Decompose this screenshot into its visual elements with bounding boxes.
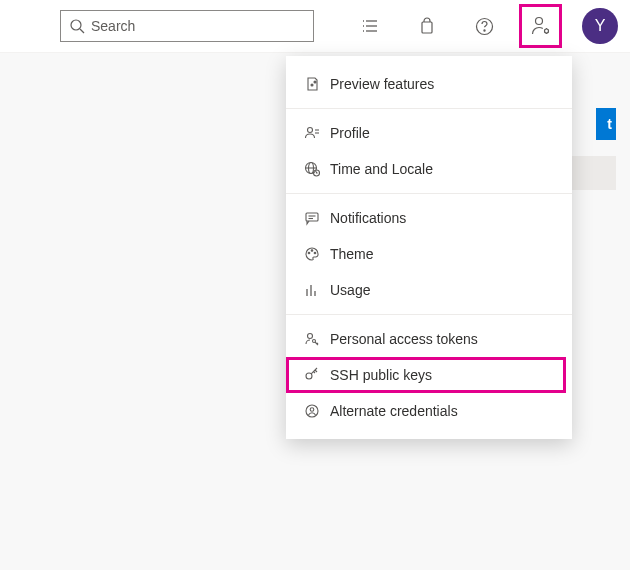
key-icon — [304, 367, 330, 383]
svg-point-35 — [310, 408, 314, 412]
user-settings-icon-button[interactable] — [522, 7, 560, 45]
menu-item-profile[interactable]: Profile — [286, 115, 572, 151]
user-settings-button-highlight — [519, 4, 563, 48]
user-settings-dropdown: Preview features Profile Time and Locale… — [286, 56, 572, 439]
svg-point-31 — [308, 334, 313, 339]
svg-point-14 — [314, 81, 316, 83]
menu-item-preview-features[interactable]: Preview features — [286, 66, 572, 102]
svg-rect-8 — [422, 22, 432, 33]
palette-icon — [304, 246, 330, 262]
svg-point-13 — [311, 84, 313, 86]
svg-point-15 — [308, 128, 313, 133]
comment-icon — [304, 210, 330, 226]
menu-item-label: Notifications — [330, 210, 406, 226]
svg-point-25 — [308, 252, 310, 254]
menu-item-time-locale[interactable]: Time and Locale — [286, 151, 572, 187]
topbar: Y — [0, 0, 630, 52]
menu-item-label: Personal access tokens — [330, 331, 478, 347]
bar-chart-icon — [304, 282, 330, 298]
menu-item-label: Time and Locale — [330, 161, 433, 177]
work-items-icon-button[interactable] — [350, 6, 390, 46]
avatar-letter: Y — [595, 17, 606, 35]
credentials-icon — [304, 403, 330, 419]
svg-point-27 — [314, 252, 316, 254]
menu-item-label: Preview features — [330, 76, 434, 92]
svg-line-1 — [80, 29, 84, 33]
menu-separator — [286, 108, 572, 109]
profile-icon — [304, 125, 330, 141]
menu-item-personal-access-tokens[interactable]: Personal access tokens — [286, 321, 572, 357]
menu-item-label: SSH public keys — [330, 367, 432, 383]
menu-item-theme[interactable]: Theme — [286, 236, 572, 272]
primary-button-fragment[interactable]: t — [596, 108, 616, 140]
search-input[interactable] — [91, 18, 305, 34]
help-icon-button[interactable] — [465, 6, 505, 46]
menu-separator — [286, 193, 572, 194]
globe-clock-icon — [304, 161, 330, 177]
svg-point-10 — [484, 29, 485, 30]
svg-point-11 — [535, 18, 542, 25]
menu-item-ssh-public-keys[interactable]: SSH public keys — [286, 357, 572, 393]
menu-item-label: Theme — [330, 246, 374, 262]
menu-item-label: Usage — [330, 282, 370, 298]
search-icon — [69, 18, 85, 34]
preview-features-icon — [304, 76, 330, 92]
svg-rect-22 — [306, 213, 318, 221]
svg-point-26 — [311, 250, 313, 252]
menu-item-label: Profile — [330, 125, 370, 141]
svg-point-0 — [71, 20, 81, 30]
menu-item-label: Alternate credentials — [330, 403, 458, 419]
svg-point-33 — [306, 373, 312, 379]
search-input-wrapper[interactable] — [60, 10, 314, 42]
menu-item-notifications[interactable]: Notifications — [286, 200, 572, 236]
menu-item-alternate-credentials[interactable]: Alternate credentials — [286, 393, 572, 429]
person-key-icon — [304, 331, 330, 347]
menu-item-usage[interactable]: Usage — [286, 272, 572, 308]
marketplace-icon-button[interactable] — [408, 6, 448, 46]
menu-separator — [286, 314, 572, 315]
avatar[interactable]: Y — [582, 8, 618, 44]
